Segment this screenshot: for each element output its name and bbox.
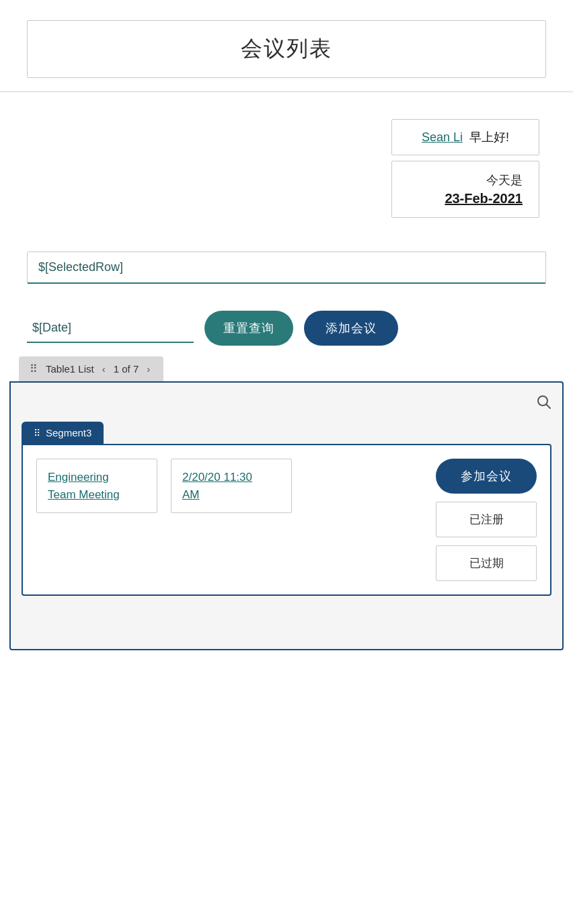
table-header-bar: ⠿ Table1 List ‹ 1 of 7 › bbox=[19, 356, 163, 381]
divider bbox=[0, 91, 573, 92]
date-box: 今天是 23-Feb-2021 bbox=[391, 161, 539, 218]
today-label: 今天是 bbox=[408, 172, 523, 188]
greeting-section: Sean Li 早上好! 今天是 23-Feb-2021 bbox=[0, 119, 573, 218]
pagination-next-button[interactable]: › bbox=[144, 362, 153, 376]
reset-button[interactable]: 重置查询 bbox=[204, 311, 293, 346]
table-name: Table1 List bbox=[46, 363, 94, 375]
table-drag-handle: ⠿ bbox=[30, 362, 38, 375]
greeting-suffix: 早上好! bbox=[469, 130, 509, 144]
segment-name: Segment3 bbox=[46, 427, 91, 438]
meeting-date: 2/20/20 11:30 AM bbox=[182, 471, 252, 501]
segment-drag-handle: ⠿ bbox=[34, 428, 40, 438]
table-outer: ⠿ Segment3 Engineering Team Meeting 2/20… bbox=[9, 381, 564, 650]
svg-line-1 bbox=[547, 405, 551, 409]
pagination-info: 1 of 7 bbox=[114, 363, 139, 375]
join-meeting-button[interactable]: 参加会议 bbox=[436, 459, 537, 494]
meeting-name-box: Engineering Team Meeting bbox=[36, 459, 157, 513]
status-registered: 已注册 bbox=[436, 502, 537, 537]
meeting-name: Engineering Team Meeting bbox=[48, 471, 120, 501]
page-title: 会议列表 bbox=[28, 34, 545, 64]
status-expired: 已过期 bbox=[436, 545, 537, 581]
search-button[interactable] bbox=[535, 393, 551, 414]
selected-row-input[interactable] bbox=[27, 252, 546, 284]
controls-section: 重置查询 添加会议 bbox=[27, 311, 546, 346]
greeting-box: Sean Li 早上好! bbox=[391, 119, 539, 155]
greeting-text: Sean Li 早上好! bbox=[422, 130, 509, 144]
selected-row-section bbox=[27, 252, 546, 284]
meeting-date-box: 2/20/20 11:30 AM bbox=[171, 459, 292, 513]
meeting-actions: 参加会议 已注册 已过期 bbox=[436, 459, 537, 581]
date-filter-input[interactable] bbox=[27, 314, 194, 343]
greeting-name: Sean Li bbox=[422, 130, 463, 144]
segment-tab: ⠿ Segment3 bbox=[22, 422, 104, 444]
meeting-row: Engineering Team Meeting 2/20/20 11:30 A… bbox=[36, 459, 537, 581]
search-row bbox=[22, 393, 551, 414]
pagination-prev-button[interactable]: ‹ bbox=[100, 362, 108, 376]
segment-content: Engineering Team Meeting 2/20/20 11:30 A… bbox=[22, 444, 551, 596]
page-title-container: 会议列表 bbox=[27, 20, 546, 78]
today-date: 23-Feb-2021 bbox=[408, 191, 523, 206]
search-icon bbox=[535, 393, 551, 410]
add-meeting-button[interactable]: 添加会议 bbox=[304, 311, 398, 346]
